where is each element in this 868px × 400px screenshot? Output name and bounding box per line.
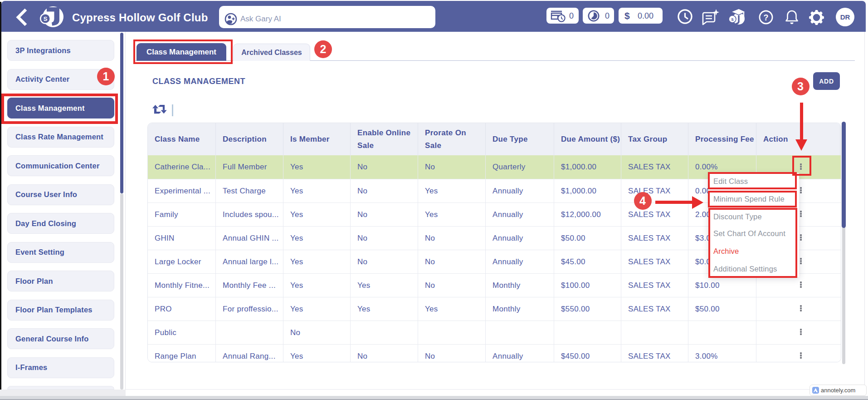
svg-text:S: S — [44, 15, 48, 22]
svg-text:?: ? — [764, 13, 769, 22]
svg-text:s: s — [731, 17, 734, 22]
